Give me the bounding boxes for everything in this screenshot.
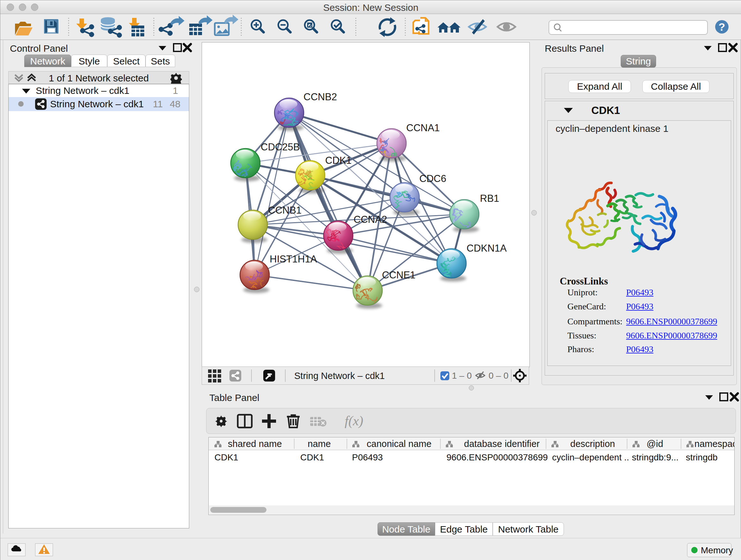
svg-text:CCNB1: CCNB1 xyxy=(268,205,301,216)
svg-text:@id: @id xyxy=(647,439,663,449)
svg-text:String Network – cdk1: String Network – cdk1 xyxy=(294,371,385,381)
svg-text:CDC6: CDC6 xyxy=(419,173,446,184)
svg-text:CCNB2: CCNB2 xyxy=(304,91,337,103)
svg-text:CDK1: CDK1 xyxy=(325,155,352,166)
svg-text:namespac: namespac xyxy=(694,439,735,449)
svg-text:canonical name: canonical name xyxy=(367,439,431,449)
svg-text:1 – 0: 1 – 0 xyxy=(452,371,472,381)
svg-text:CDC25B: CDC25B xyxy=(261,141,300,152)
svg-text:CCNA2: CCNA2 xyxy=(354,214,387,225)
svg-text:HIST1H1A: HIST1H1A xyxy=(270,253,317,265)
svg-text:database identifier: database identifier xyxy=(464,439,540,449)
svg-text:CDKN1A: CDKN1A xyxy=(467,243,507,254)
svg-text:?: ? xyxy=(719,21,725,33)
svg-text:shared name: shared name xyxy=(228,439,282,449)
svg-text:f(x): f(x) xyxy=(345,414,363,428)
svg-text:CCNE1: CCNE1 xyxy=(382,269,415,281)
svg-text:RB1: RB1 xyxy=(480,193,499,204)
svg-text:0 – 0: 0 – 0 xyxy=(488,371,509,381)
svg-text:name: name xyxy=(308,439,331,449)
svg-text:description: description xyxy=(570,439,615,449)
svg-text:CCNA1: CCNA1 xyxy=(406,122,440,133)
